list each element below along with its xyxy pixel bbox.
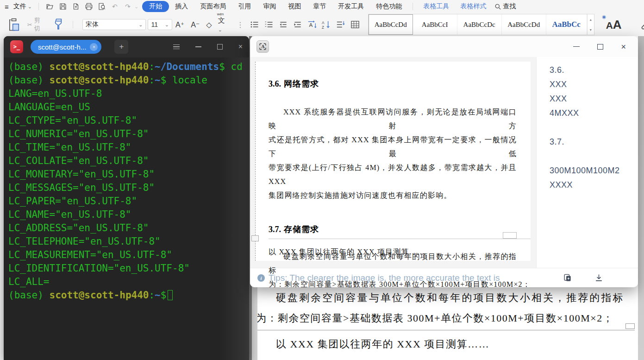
- asterisk-icon: ✳: [602, 14, 606, 20]
- table-handle: [503, 232, 517, 239]
- clear-format-button[interactable]: ◇: [203, 20, 215, 29]
- dialog-close-button[interactable]: ×: [621, 43, 626, 51]
- tab-table-tools[interactable]: 表格工具: [418, 1, 455, 12]
- dialog-minimize-button[interactable]: [573, 46, 580, 47]
- terminal-line: LC_ADDRESS="en_US.UTF-8": [8, 221, 249, 235]
- terminal-line: LC_MESSAGES="en_US.UTF-8": [8, 181, 249, 195]
- close-button[interactable]: ×: [238, 43, 243, 51]
- download-button[interactable]: [594, 273, 604, 283]
- doc-line: 为：剩余空间容量>基础数据表 300M+单位个数×100M+项目数×100M×2…: [269, 278, 517, 287]
- tab-home[interactable]: 开始: [142, 1, 169, 12]
- table-button[interactable]: [350, 19, 361, 30]
- table-border-line: [269, 239, 531, 239]
- app-menu-icon[interactable]: ≡: [5, 3, 9, 11]
- tab-special-features[interactable]: 特色功能: [370, 1, 408, 12]
- terminal-line: LC_PAPER="en_US.UTF-8": [8, 195, 249, 208]
- divider: [73, 21, 73, 28]
- chevron-down-icon: ⌄: [138, 22, 143, 28]
- paragraph-layout-button[interactable]: [335, 19, 346, 30]
- quickbar-chevron-icon[interactable]: ⌄: [134, 4, 138, 10]
- ocr-dialog: A × 3.6.网络需求 XXX 系统服务器提供互联网访问服务，则无论是放在局域…: [250, 36, 638, 287]
- chevron-down-icon: ⌄: [218, 27, 222, 32]
- ocr-app-icon: A: [256, 40, 269, 53]
- terminal-output[interactable]: (base) scott@scott-hp440:~/Documents$ cd…: [4, 57, 249, 302]
- terminal-prompt-line: (base) scott@scott-hp440:~/Documents$ cd: [8, 60, 249, 74]
- dialog-maximize-button[interactable]: [597, 44, 603, 50]
- style-chip-2[interactable]: AaBbCcDc: [457, 14, 502, 35]
- increase-indent-button[interactable]: [292, 19, 303, 30]
- minimize-button[interactable]: [195, 46, 201, 47]
- extracted-line: XXX: [550, 77, 638, 92]
- style-gallery-scrollbar[interactable]: ▴ ▾: [587, 14, 594, 35]
- save-as-icon[interactable]: [71, 1, 81, 12]
- tab-section[interactable]: 章节: [307, 1, 332, 12]
- section-heading: 3.7.存储需求: [269, 224, 517, 235]
- font-name-select[interactable]: 宋体 ⌄: [82, 19, 146, 30]
- tab-references[interactable]: 引用: [232, 1, 257, 12]
- table-handle: [251, 235, 259, 241]
- doc-line: 为：剩余空间容量>基础数据表 300M+单位个数×100M+项目数×100M×2…: [256, 311, 613, 325]
- style-chip-normal[interactable]: AaBbCcDd: [369, 14, 413, 35]
- table-border-line: [257, 330, 635, 330]
- scroll-up-icon[interactable]: ▴: [588, 14, 594, 25]
- terminal-line: LC_COLLATE="en_US.UTF-8": [8, 154, 249, 168]
- text-direction-button[interactable]: A: [306, 19, 318, 30]
- terminal-line: LC_MEASUREMENT="en_US.UTF-8": [8, 248, 249, 262]
- ocr-image-preview[interactable]: 3.6.网络需求 XXX 系统服务器提供互联网访问服务，则无论是放在局域网端口映…: [250, 57, 536, 268]
- more-options-icon[interactable]: ⋮: [233, 20, 247, 29]
- document-scrollbar[interactable]: [638, 36, 644, 360]
- terminal-tab[interactable]: scott@scott-h... ×: [31, 40, 101, 54]
- decrease-indent-button[interactable]: [277, 19, 289, 30]
- extracted-line: 3.7.: [550, 135, 638, 149]
- paste-button[interactable]: [6, 16, 22, 33]
- tab-page-layout[interactable]: 页面布局: [194, 1, 232, 12]
- doc-line: 硬盘剩余空间容量与单位个数和每年的项目数大小相关，推荐的指标: [276, 291, 624, 305]
- ocr-extracted-text-panel[interactable]: 3.6. XXX XXX 4MXXX 3.7. 300M100M100M2 XX…: [536, 57, 638, 268]
- print-preview-icon[interactable]: [97, 1, 107, 12]
- ocr-preview-page: 3.6.网络需求 XXX 系统服务器提供互联网访问服务，则无论是放在局域网端口映…: [255, 62, 531, 261]
- maximize-button[interactable]: [217, 44, 223, 50]
- tab-table-style[interactable]: 表格样式: [455, 1, 492, 12]
- tab-insert[interactable]: 插入: [169, 1, 194, 12]
- scroll-down-icon[interactable]: ▾: [588, 25, 594, 35]
- ocr-dialog-titlebar[interactable]: A ×: [250, 36, 638, 57]
- format-painter-button[interactable]: [51, 16, 66, 33]
- cut-button[interactable]: ✂ 剪切: [27, 16, 45, 33]
- terminal-line: LANG=en_US.UTF-8: [8, 87, 249, 101]
- text-tool-button[interactable]: [633, 15, 644, 34]
- redo-icon[interactable]: ↷: [123, 1, 133, 12]
- scissors-icon: ✂: [27, 21, 32, 28]
- new-style-button[interactable]: ✳AA: [601, 15, 627, 34]
- table-handle[interactable]: [625, 323, 635, 329]
- increase-font-button[interactable]: A⁺: [172, 20, 188, 29]
- terminal-menu-icon[interactable]: [173, 44, 180, 50]
- style-chip-toc[interactable]: AaBbCc: [546, 14, 587, 35]
- tab-developer[interactable]: 开发工具: [332, 1, 370, 12]
- bullets-button[interactable]: [249, 19, 260, 30]
- phonetic-guide-button[interactable]: wén 文 ⌄: [215, 16, 233, 33]
- extracted-line: XXX: [550, 92, 638, 106]
- info-icon: i: [257, 274, 265, 282]
- tab-view[interactable]: 视图: [282, 1, 307, 12]
- style-chip-1[interactable]: AaBbCcI: [413, 14, 457, 35]
- undo-icon[interactable]: ↶: [110, 1, 120, 12]
- file-menu[interactable]: 文件 ⌄: [12, 2, 34, 11]
- tab-review[interactable]: 审阅: [257, 1, 282, 12]
- terminal-line: LC_CTYPE="en_US.UTF-8": [8, 114, 249, 127]
- font-size-select[interactable]: 11 ⌄: [148, 19, 172, 30]
- save-icon[interactable]: [58, 1, 68, 12]
- sort-button[interactable]: AZ: [320, 19, 332, 30]
- copy-text-button[interactable]: [562, 273, 572, 283]
- terminal-line: LC_NUMERIC="en_US.UTF-8": [8, 127, 249, 141]
- new-tab-button[interactable]: +: [114, 40, 128, 54]
- open-folder-icon[interactable]: [45, 1, 55, 12]
- numbering-button[interactable]: [263, 19, 275, 30]
- style-chip-3[interactable]: AaBbCcDd: [502, 14, 546, 35]
- tab-close-icon[interactable]: ×: [90, 43, 98, 51]
- svg-text:Z: Z: [322, 25, 324, 29]
- find-button[interactable]: 查找: [494, 2, 516, 11]
- print-icon[interactable]: [84, 1, 94, 12]
- decrease-font-button[interactable]: A⁻: [188, 20, 203, 29]
- terminal-titlebar[interactable]: >_ scott@scott-h... × + ×: [4, 36, 249, 57]
- svg-text:A: A: [309, 22, 313, 28]
